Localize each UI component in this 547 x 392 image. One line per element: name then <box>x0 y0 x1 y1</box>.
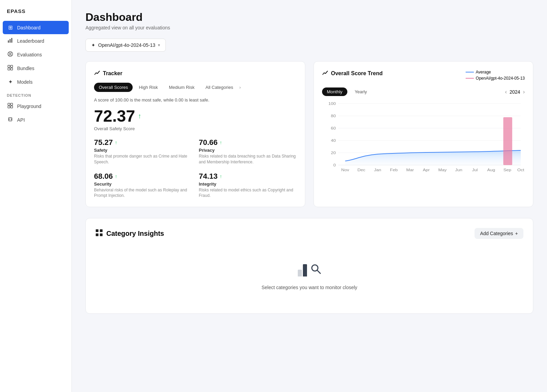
svg-text:May: May <box>438 168 447 172</box>
add-categories-label: Add Categories <box>480 231 513 236</box>
main-score-value: 72.37 ↑ <box>94 107 297 125</box>
tab-high-risk[interactable]: High Risk <box>134 83 163 92</box>
svg-rect-0 <box>8 40 9 43</box>
svg-rect-12 <box>11 103 13 105</box>
tabs-more-icon[interactable]: › <box>239 85 241 90</box>
svg-text:Jun: Jun <box>455 168 462 172</box>
svg-text:Aug: Aug <box>487 168 495 172</box>
svg-line-44 <box>317 270 320 273</box>
svg-rect-42 <box>100 233 103 236</box>
privacy-desc: Risks related to data breaching such as … <box>199 153 297 165</box>
empty-state-text: Select categories you want to monitor cl… <box>262 285 357 290</box>
svg-text:Dec: Dec <box>357 168 365 172</box>
legend-average: Average <box>466 70 525 75</box>
safety-label: Safety <box>94 148 192 153</box>
model-selector-icon: ✦ <box>91 42 95 48</box>
category-insights-header: Category Insights Add Categories + <box>95 228 523 239</box>
sidebar-item-models[interactable]: ✦ Models <box>0 75 71 89</box>
svg-text:40: 40 <box>331 138 336 143</box>
sidebar-label-api: API <box>17 117 25 123</box>
empty-state: Select categories you want to monitor cl… <box>95 250 523 304</box>
tracker-title: Tracker <box>103 70 122 77</box>
security-up-icon: ↑ <box>115 174 117 179</box>
sidebar-item-bundles[interactable]: Bundles <box>0 62 71 75</box>
cards-row: Tracker Overall Scores High Risk Medium … <box>85 61 533 207</box>
svg-text:0: 0 <box>333 163 336 167</box>
bundles-icon <box>7 65 14 72</box>
svg-rect-9 <box>8 68 10 70</box>
svg-rect-40 <box>100 229 103 232</box>
playground-icon <box>7 103 14 110</box>
svg-rect-41 <box>96 233 98 236</box>
sub-score-integrity: 74.13 ↑ Integrity Risks related to model… <box>199 172 297 199</box>
sidebar-item-leaderboard[interactable]: Leaderboard <box>0 34 71 48</box>
sub-scores-grid: 75.27 ↑ Safety Risks that promote danger… <box>94 138 297 199</box>
svg-rect-39 <box>96 229 98 232</box>
tab-all-categories[interactable]: All Categories <box>201 83 238 92</box>
integrity-score-value: 74.13 <box>199 172 218 181</box>
legend-model: OpenAI/gpt-4o-2024-05-13 <box>466 76 525 81</box>
main-content: Dashboard Aggregated view on all your ev… <box>72 0 547 392</box>
trend-header-row: Overall Score Trend Average OpenAI/gpt-4… <box>322 70 525 83</box>
empty-state-icon <box>298 263 321 276</box>
year-next-btn[interactable]: › <box>523 89 525 95</box>
sidebar-item-dashboard[interactable]: ⊞ Dashboard <box>3 21 69 34</box>
tab-medium-risk[interactable]: Medium Risk <box>164 83 199 92</box>
pink-bar-sep <box>503 117 512 165</box>
tracker-card: Tracker Overall Scores High Risk Medium … <box>85 61 305 207</box>
svg-text:100: 100 <box>329 102 336 106</box>
api-icon <box>7 117 14 123</box>
sidebar-item-playground[interactable]: Playground <box>0 99 71 113</box>
trend-chart: 100 80 60 40 20 0 Nov Dec Jan Feb Mar Ap… <box>322 100 525 175</box>
svg-rect-7 <box>8 65 10 67</box>
bar-large <box>303 264 307 276</box>
tab-overall-scores[interactable]: Overall Scores <box>94 83 133 92</box>
tracker-tabs: Overall Scores High Risk Medium Risk All… <box>94 83 297 92</box>
sub-score-security: 68.06 ↑ Security Behavioral risks of the… <box>94 172 192 199</box>
sidebar-item-api[interactable]: API <box>0 113 71 127</box>
category-insights-section: Category Insights Add Categories + <box>85 218 533 314</box>
evaluations-icon <box>7 51 14 58</box>
sub-score-safety: 75.27 ↑ Safety Risks that promote danger… <box>94 138 192 165</box>
svg-text:Apr: Apr <box>423 168 430 172</box>
trend-svg: 100 80 60 40 20 0 Nov Dec Jan Feb Mar Ap… <box>322 100 525 175</box>
tracker-header: Tracker <box>94 70 297 77</box>
safety-desc: Risks that promote danger such as Crime … <box>94 153 192 165</box>
security-label: Security <box>94 181 192 187</box>
legend-average-label: Average <box>476 70 491 75</box>
bar-small-1 <box>298 270 302 276</box>
sidebar-label-playground: Playground <box>17 104 41 109</box>
model-selector-label: OpenAI/gpt-4o-2024-05-13 <box>98 42 155 48</box>
svg-text:Nov: Nov <box>341 168 349 172</box>
svg-rect-10 <box>11 68 13 70</box>
svg-text:Feb: Feb <box>390 168 398 172</box>
svg-text:20: 20 <box>331 151 336 155</box>
legend-pink-line <box>466 78 474 79</box>
svg-text:80: 80 <box>331 114 336 118</box>
privacy-score-value: 70.66 <box>199 138 218 147</box>
svg-text:Jul: Jul <box>472 168 478 172</box>
svg-text:Oct: Oct <box>517 168 524 172</box>
period-yearly-btn[interactable]: Yearly <box>350 87 372 96</box>
add-categories-button[interactable]: Add Categories + <box>475 228 523 239</box>
brand-label: EPASS <box>0 5 71 21</box>
safety-up-icon: ↑ <box>115 140 117 145</box>
sidebar-label-bundles: Bundles <box>17 66 35 71</box>
svg-text:60: 60 <box>331 126 336 131</box>
svg-text:Jan: Jan <box>374 168 381 172</box>
sidebar-item-evaluations[interactable]: Evaluations <box>0 48 71 62</box>
add-icon: + <box>515 231 518 236</box>
svg-rect-11 <box>8 103 10 105</box>
security-score-value: 68.06 <box>94 172 113 181</box>
period-monthly-btn[interactable]: Monthly <box>322 87 347 96</box>
main-score-label: Overall Safety Score <box>94 126 297 131</box>
sidebar-label-dashboard: Dashboard <box>17 25 41 30</box>
trend-card: Overall Score Trend Average OpenAI/gpt-4… <box>313 61 533 207</box>
model-selector[interactable]: ✦ OpenAI/gpt-4o-2024-05-13 ▾ <box>85 39 166 52</box>
year-prev-btn[interactable]: ‹ <box>505 89 507 95</box>
year-label: 2024 <box>510 89 520 95</box>
svg-text:Sep: Sep <box>503 168 511 172</box>
score-up-arrow: ↑ <box>138 112 141 120</box>
sidebar: EPASS ⊞ Dashboard Leaderboard Evaluation… <box>0 0 72 392</box>
svg-rect-2 <box>11 38 12 43</box>
